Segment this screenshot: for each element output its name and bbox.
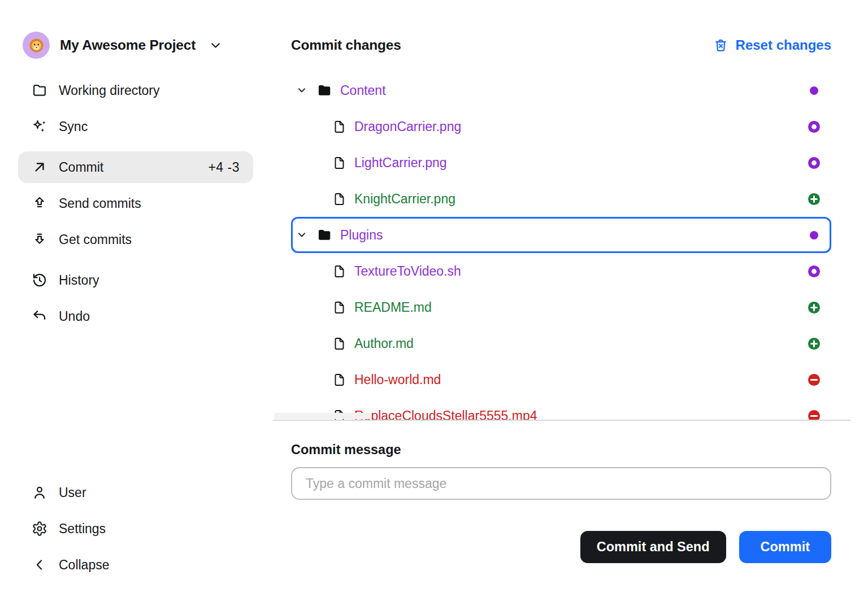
file-icon xyxy=(332,156,346,170)
status-modified-icon xyxy=(806,264,822,279)
sidebar-footer: User Settings Collapse xyxy=(0,477,272,585)
sidebar-item-settings[interactable]: Settings xyxy=(18,513,253,544)
trash-x-icon xyxy=(713,38,728,53)
file-icon xyxy=(332,337,346,351)
tree-row-LightCarrier.png[interactable]: LightCarrier.png xyxy=(291,145,831,181)
sidebar-item-label: User xyxy=(59,485,86,500)
project-name: My Awesome Project xyxy=(60,37,196,53)
sidebar-item-label: Commit xyxy=(59,160,103,175)
sidebar-item-label: Get commits xyxy=(59,232,132,247)
upload-icon xyxy=(32,195,47,211)
file-name: KnightCarrier.png xyxy=(354,191,455,207)
tree-row-Author.md[interactable]: Author.md xyxy=(291,325,831,361)
file-tree: ContentDragonCarrier.pngLightCarrier.png… xyxy=(291,72,831,420)
sparkles-icon xyxy=(32,119,47,134)
page-title: Commit changes xyxy=(291,37,401,53)
sidebar-item-commit[interactable]: Commit +4 -3 xyxy=(18,151,253,183)
horizontal-scrollbar-thumb[interactable] xyxy=(274,413,371,419)
status-added-icon xyxy=(806,300,822,315)
download-icon xyxy=(32,232,47,247)
sidebar: My Awesome Project Working directory xyxy=(0,0,272,610)
sidebar-item-sync[interactable]: Sync xyxy=(18,111,253,142)
file-name: Content xyxy=(340,83,386,98)
file-name: README.md xyxy=(354,300,432,315)
history-icon xyxy=(32,272,47,288)
chevron-left-icon xyxy=(32,557,47,573)
tree-row-Hello-world.md[interactable]: Hello-world.md xyxy=(291,361,831,398)
folder-solid-icon xyxy=(316,82,332,98)
tree-row-DragonCarrier.png[interactable]: DragonCarrier.png xyxy=(291,108,831,145)
commit-diff-badge: +4 -3 xyxy=(208,160,240,175)
chevron-down-icon[interactable] xyxy=(296,85,307,96)
tree-row-README.md[interactable]: README.md xyxy=(291,289,831,325)
commit-message-input[interactable] xyxy=(291,467,831,500)
file-name: DragonCarrier.png xyxy=(354,119,461,134)
sidebar-item-undo[interactable]: Undo xyxy=(18,300,253,332)
project-selector[interactable]: My Awesome Project xyxy=(23,32,272,59)
sidebar-item-label: Collapse xyxy=(59,557,110,573)
sidebar-item-label: History xyxy=(59,273,99,288)
arrow-up-right-icon xyxy=(32,159,47,175)
main-header: Commit changes Reset changes xyxy=(291,32,831,59)
folder-solid-icon xyxy=(316,227,332,243)
file-name: Author.md xyxy=(354,336,414,351)
status-modified-icon xyxy=(806,155,822,171)
user-icon xyxy=(32,485,47,500)
file-icon xyxy=(332,192,346,206)
sidebar-item-history[interactable]: History xyxy=(18,264,253,296)
status-deleted-icon xyxy=(806,372,822,387)
file-icon xyxy=(332,264,346,278)
file-name: ReplaceCloudsStellar5555.mp4 xyxy=(354,408,537,421)
sidebar-item-user[interactable]: User xyxy=(18,477,253,508)
reset-changes-label: Reset changes xyxy=(736,37,831,53)
action-buttons: Commit and Send Commit xyxy=(580,531,831,563)
file-name: LightCarrier.png xyxy=(354,155,447,171)
git-client-window: My Awesome Project Working directory xyxy=(0,0,868,610)
sidebar-item-label: Sync xyxy=(59,119,88,134)
gear-icon xyxy=(32,521,47,537)
tree-row-Plugins[interactable]: Plugins xyxy=(291,217,831,253)
chevron-down-icon xyxy=(209,39,222,52)
sidebar-item-label: Settings xyxy=(59,521,106,537)
tree-row-KnightCarrier.png[interactable]: KnightCarrier.png xyxy=(291,181,831,217)
commit-changes-panel: Commit changes Reset changes ContentDrag… xyxy=(291,0,831,610)
commit-message-label: Commit message xyxy=(291,442,401,457)
sidebar-nav: Working directory Sync Commit +4 -3 xyxy=(0,75,272,332)
file-name: Hello-world.md xyxy=(354,372,441,387)
sidebar-item-get-commits[interactable]: Get commits xyxy=(18,224,253,255)
file-name: Plugins xyxy=(340,228,383,243)
sidebar-item-send-commits[interactable]: Send commits xyxy=(18,188,253,219)
sidebar-item-label: Working directory xyxy=(59,83,160,98)
tree-row-ReplaceCloudsStellar5555.mp4[interactable]: ReplaceCloudsStellar5555.mp4 xyxy=(291,398,831,420)
file-name: TextureToVideo.sh xyxy=(354,264,461,279)
sidebar-item-working-directory[interactable]: Working directory xyxy=(18,75,253,106)
lion-avatar xyxy=(23,32,50,59)
divider xyxy=(273,420,851,421)
status-deleted-icon xyxy=(806,408,822,421)
status-modified-icon xyxy=(806,119,822,134)
file-icon xyxy=(332,120,346,134)
tree-row-Content[interactable]: Content xyxy=(291,72,831,108)
sidebar-item-collapse[interactable]: Collapse xyxy=(18,549,253,581)
status-contains-changes-icon xyxy=(806,228,822,243)
folder-icon xyxy=(32,82,47,98)
sidebar-item-label: Send commits xyxy=(59,196,141,211)
reset-changes-button[interactable]: Reset changes xyxy=(713,37,831,53)
lion-emoji-icon xyxy=(28,37,45,54)
commit-button[interactable]: Commit xyxy=(739,531,831,563)
file-icon xyxy=(332,373,346,387)
tree-row-TextureToVideo.sh[interactable]: TextureToVideo.sh xyxy=(291,253,831,289)
undo-icon xyxy=(32,308,47,324)
status-contains-changes-icon xyxy=(806,83,822,98)
sidebar-item-label: Undo xyxy=(59,309,90,324)
status-added-icon xyxy=(806,336,822,351)
status-added-icon xyxy=(806,191,822,207)
chevron-down-icon[interactable] xyxy=(296,229,307,241)
file-icon xyxy=(332,300,346,315)
commit-and-send-button[interactable]: Commit and Send xyxy=(580,531,726,563)
